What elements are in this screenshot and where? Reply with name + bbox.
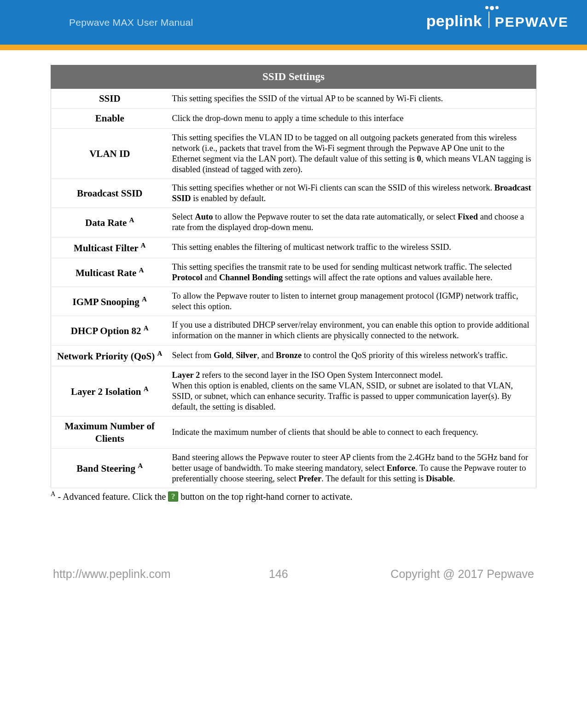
brand-logo: peplink PEPWAVE xyxy=(426,12,569,30)
brand-divider xyxy=(488,12,489,28)
setting-label: Data Rate A xyxy=(51,208,169,237)
table-row: SSIDThis setting specifies the SSID of t… xyxy=(51,89,536,109)
manual-title: Pepwave MAX User Manual xyxy=(69,17,193,28)
table-title: SSID Settings xyxy=(51,65,536,89)
table-row: Multicast Rate AThis setting specifies t… xyxy=(51,258,536,287)
setting-description: Select Auto to allow the Pepwave router … xyxy=(169,208,536,237)
table-row: Multicast Filter AThis setting enables t… xyxy=(51,237,536,258)
brand-pepwave: PEPWAVE xyxy=(495,14,569,30)
page-content: SSID Settings SSIDThis setting specifies… xyxy=(0,50,587,503)
setting-label: Band Steering A xyxy=(51,448,169,488)
setting-label: Multicast Rate A xyxy=(51,258,169,287)
ssid-settings-table: SSID Settings SSIDThis setting specifies… xyxy=(51,65,536,488)
setting-label: SSID xyxy=(51,89,169,109)
setting-description: Band steering allows the Pepwave router … xyxy=(169,448,536,488)
accent-strip xyxy=(0,45,587,50)
footnote-text-after: button on the top right-hand corner to a… xyxy=(178,491,352,502)
setting-description: This setting specifies the transmit rate… xyxy=(169,258,536,287)
setting-description: If you use a distributed DHCP server/rel… xyxy=(169,316,536,345)
advanced-footnote: A - Advanced feature. Click the ? button… xyxy=(51,489,536,503)
setting-description: This setting specifies the VLAN ID to be… xyxy=(169,128,536,179)
setting-label: Multicast Filter A xyxy=(51,237,169,258)
table-row: EnableClick the drop-down menu to apply … xyxy=(51,109,536,128)
footer-copyright: Copyright @ 2017 Pepwave xyxy=(354,567,534,581)
table-row: Maximum Number of ClientsIndicate the ma… xyxy=(51,416,536,449)
setting-description: Click the drop-down menu to apply a time… xyxy=(169,109,536,128)
setting-label: IGMP Snooping A xyxy=(51,287,169,316)
table-row: Layer 2 Isolation ALayer 2 refers to the… xyxy=(51,366,536,416)
page-number: 146 xyxy=(203,567,354,581)
setting-label: Maximum Number of Clients xyxy=(51,416,169,449)
footer-url: http://www.peplink.com xyxy=(53,567,203,581)
setting-label: Network Priority (QoS) A xyxy=(51,345,169,366)
help-icon[interactable]: ? xyxy=(168,491,178,502)
setting-description: This setting specifies whether or not Wi… xyxy=(169,179,536,208)
table-row: Broadcast SSIDThis setting specifies whe… xyxy=(51,179,536,208)
table-row: DHCP Option 82 AIf you use a distributed… xyxy=(51,316,536,345)
setting-label: VLAN ID xyxy=(51,128,169,179)
table-row: Band Steering ABand steering allows the … xyxy=(51,448,536,488)
setting-label: Enable xyxy=(51,109,169,128)
setting-description: To allow the Pepwave router to listen to… xyxy=(169,287,536,316)
table-row: IGMP Snooping ATo allow the Pepwave rout… xyxy=(51,287,536,316)
setting-label: Layer 2 Isolation A xyxy=(51,366,169,416)
page-footer: http://www.peplink.com 146 Copyright @ 2… xyxy=(0,567,587,581)
footnote-text-before: - Advanced feature. Click the xyxy=(55,491,168,502)
setting-description: Layer 2 refers to the second layer in th… xyxy=(169,366,536,416)
footnote-superscript: A xyxy=(51,490,55,497)
table-row: VLAN IDThis setting specifies the VLAN I… xyxy=(51,128,536,179)
table-row: Data Rate ASelect Auto to allow the Pepw… xyxy=(51,208,536,237)
setting-description: This setting specifies the SSID of the v… xyxy=(169,89,536,109)
setting-description: Select from Gold, Silver, and Bronze to … xyxy=(169,345,536,366)
setting-label: DHCP Option 82 A xyxy=(51,316,169,345)
brand-peplink: peplink xyxy=(426,12,482,30)
setting-description: This setting enables the filtering of mu… xyxy=(169,237,536,258)
logo-dots-icon xyxy=(485,6,499,10)
table-row: Network Priority (QoS) ASelect from Gold… xyxy=(51,345,536,366)
setting-label: Broadcast SSID xyxy=(51,179,169,208)
page-header: Pepwave MAX User Manual peplink PEPWAVE xyxy=(0,0,587,45)
setting-description: Indicate the maximum number of clients t… xyxy=(169,416,536,449)
